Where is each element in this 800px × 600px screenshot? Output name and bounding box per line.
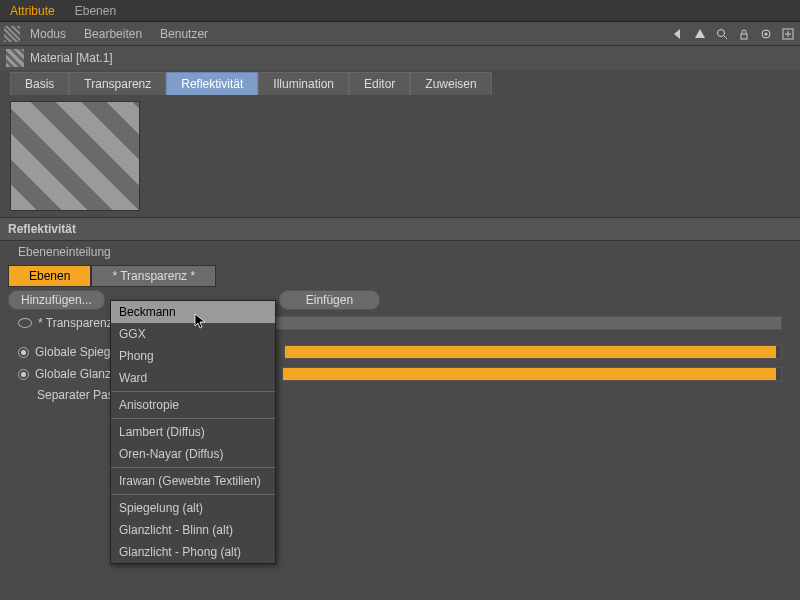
- material-header: Material [Mat.1]: [0, 46, 800, 70]
- tab-attribute[interactable]: Attribute: [0, 0, 65, 21]
- add-icon[interactable]: [780, 26, 796, 42]
- search-icon[interactable]: [714, 26, 730, 42]
- svg-line-1: [724, 36, 727, 39]
- preview-area: [0, 95, 800, 217]
- tab-ebenen[interactable]: Ebenen: [65, 0, 126, 21]
- label-ebeneneinteilung: Ebeneneinteilung: [0, 241, 800, 263]
- dropdown-item-glanzlicht-phong-alt-[interactable]: Glanzlicht - Phong (alt): [111, 541, 275, 563]
- lock-icon[interactable]: [736, 26, 752, 42]
- menu-modus[interactable]: Modus: [22, 24, 74, 44]
- svg-point-0: [718, 29, 725, 36]
- layer-tab-ebenen[interactable]: Ebenen: [8, 265, 91, 287]
- add-button[interactable]: Hinzufügen...: [8, 290, 105, 310]
- menubar: Modus Bearbeiten Benutzer: [0, 22, 800, 46]
- dropdown-separator: [111, 391, 275, 392]
- target-icon[interactable]: [758, 26, 774, 42]
- menu-bearbeiten[interactable]: Bearbeiten: [76, 24, 150, 44]
- dropdown-item-irawan-gewebte-textilien-[interactable]: Irawan (Gewebte Textilien): [111, 470, 275, 492]
- add-dropdown: BeckmannGGXPhongWardAnisotropieLambert (…: [110, 300, 276, 564]
- tab-illumination[interactable]: Illumination: [258, 72, 349, 95]
- dropdown-separator: [111, 494, 275, 495]
- slider-spiegelung[interactable]: [284, 345, 782, 359]
- radio-glanzlicht[interactable]: [18, 369, 29, 380]
- dropdown-item-beckmann[interactable]: Beckmann: [111, 301, 275, 323]
- menu-benutzer[interactable]: Benutzer: [152, 24, 216, 44]
- dropdown-separator: [111, 467, 275, 468]
- svg-rect-2: [741, 34, 747, 39]
- back-icon[interactable]: [670, 26, 686, 42]
- material-swatch-icon: [6, 49, 24, 67]
- tab-editor[interactable]: Editor: [349, 72, 410, 95]
- layer-blend-bar[interactable]: [263, 316, 782, 330]
- dropdown-item-oren-nayar-diffus-[interactable]: Oren-Nayar (Diffus): [111, 443, 275, 465]
- radio-spiegelung[interactable]: [18, 347, 29, 358]
- visibility-icon[interactable]: [18, 318, 32, 328]
- up-icon[interactable]: [692, 26, 708, 42]
- dropdown-item-ggx[interactable]: GGX: [111, 323, 275, 345]
- dropdown-item-phong[interactable]: Phong: [111, 345, 275, 367]
- paste-button[interactable]: Einfügen: [279, 290, 380, 310]
- material-label: Material [Mat.1]: [30, 51, 113, 65]
- layer-item-label: * Transparenz *: [38, 316, 121, 330]
- hatch-icon: [4, 26, 20, 42]
- slider-glanzlicht[interactable]: [282, 367, 782, 381]
- dropdown-item-lambert-diffus-[interactable]: Lambert (Diffus): [111, 421, 275, 443]
- top-tabs: Attribute Ebenen: [0, 0, 800, 22]
- tab-zuweisen[interactable]: Zuweisen: [410, 72, 491, 95]
- material-preview[interactable]: [10, 101, 140, 211]
- tab-reflektivitaet[interactable]: Reflektivität: [166, 72, 258, 95]
- tab-transparenz[interactable]: Transparenz: [69, 72, 166, 95]
- dropdown-separator: [111, 418, 275, 419]
- label-pass: Separater Pass: [37, 388, 120, 402]
- dropdown-item-anisotropie[interactable]: Anisotropie: [111, 394, 275, 416]
- channel-tabs: Basis Transparenz Reflektivität Illumina…: [0, 70, 800, 95]
- layer-tabs: Ebenen * Transparenz *: [0, 265, 800, 287]
- dropdown-item-glanzlicht-blinn-alt-[interactable]: Glanzlicht - Blinn (alt): [111, 519, 275, 541]
- dropdown-item-ward[interactable]: Ward: [111, 367, 275, 389]
- svg-point-4: [765, 32, 768, 35]
- tab-basis[interactable]: Basis: [10, 72, 69, 95]
- dropdown-item-spiegelung-alt-[interactable]: Spiegelung (alt): [111, 497, 275, 519]
- layer-tab-transparenz[interactable]: * Transparenz *: [91, 265, 216, 287]
- section-reflektivitaet: Reflektivität: [0, 217, 800, 241]
